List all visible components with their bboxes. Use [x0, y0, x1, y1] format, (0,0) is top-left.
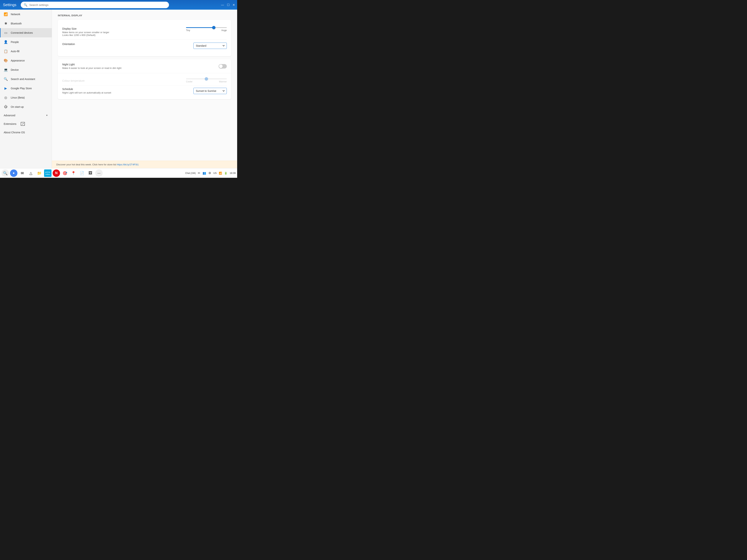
search-icon: 🔍	[24, 3, 27, 7]
night-light-card: Night Light Make it easier to look at yo…	[58, 59, 231, 99]
sidebar-label-google-play: Google Play Store	[11, 87, 32, 90]
taskbar-prime-icon[interactable]: primevideo	[44, 169, 52, 177]
taskbar-docs-icon[interactable]: 📄	[78, 169, 85, 177]
display-size-slider-container: Tiny Huge	[186, 27, 227, 32]
search-bar[interactable]: 🔍	[21, 2, 169, 8]
sidebar-about-label: About Chrome OS	[4, 131, 25, 134]
orientation-control: Standard 90° 180° 270°	[180, 43, 227, 49]
toggle-thumb	[219, 64, 223, 68]
network-status-icon: 📶	[219, 172, 222, 175]
maximize-button[interactable]: ☐	[227, 3, 230, 7]
orientation-row: Orientation Standard 90° 180° 270°	[62, 39, 227, 52]
sidebar-label-device: Device	[11, 68, 19, 71]
sidebar: 📶 Network ✱ Bluetooth ▭ Connected device…	[0, 10, 52, 178]
sidebar-item-startup[interactable]: ⏻ On start-up	[0, 102, 52, 111]
night-light-info: Night Light Make it easier to look at yo…	[62, 63, 218, 70]
search-input[interactable]	[29, 3, 166, 6]
appearance-icon: 🎨	[4, 58, 8, 62]
schedule-select[interactable]: Sunset to Sunrise Never Custom	[194, 88, 227, 94]
taskbar-app1-icon[interactable]: 🎯	[61, 169, 69, 177]
chat-status[interactable]: Chat (194)	[185, 172, 196, 175]
laptop-icon: 💻	[4, 68, 8, 72]
taskbar-photos-icon[interactable]: 🖼	[87, 169, 94, 177]
titlebar: Settings 🔍 — ☐ ✕	[0, 0, 237, 10]
minimize-button[interactable]: —	[221, 3, 224, 6]
pen-icon[interactable]: ✏	[198, 171, 200, 175]
orientation-info: Orientation	[62, 43, 180, 46]
sidebar-item-device[interactable]: 💻 Device	[0, 65, 52, 75]
color-temp-slider-labels: Cooler Warmer	[186, 80, 227, 83]
color-temp-slider-container: Cooler Warmer	[186, 79, 227, 83]
device-icon: ▭	[4, 31, 8, 35]
window-controls: — ☐ ✕	[221, 3, 235, 7]
sidebar-label-network: Network	[11, 13, 20, 16]
sidebar-item-linux[interactable]: ◎ Linux (Beta)	[0, 93, 52, 102]
taskbar-chrome-icon[interactable]: ●	[10, 169, 18, 177]
taskbar-right: Chat (194) ✏ 👥 ⚙ US 📶 🔋 18:39	[185, 171, 236, 175]
wifi-icon: 📶	[4, 12, 8, 16]
schedule-desc: Night Light will turn on automatically a…	[62, 91, 194, 94]
night-light-header: Night Light Make it easier to look at yo…	[58, 59, 231, 73]
advanced-arrow-icon: ▼	[46, 114, 48, 117]
main-content: Internal Display Display Size Make items…	[52, 10, 237, 178]
taskbar-files-icon[interactable]: 📁	[35, 169, 43, 177]
schedule-control: Sunset to Sunrise Never Custom	[194, 88, 227, 94]
display-size-info: Display Size Make items on your screen s…	[62, 27, 180, 36]
external-link-icon: ↗	[21, 122, 25, 126]
linux-icon: ◎	[4, 96, 8, 100]
display-size-row: Display Size Make items on your screen s…	[62, 24, 227, 39]
display-size-desc2: Looks like 1200 x 800 (Default)	[62, 34, 180, 36]
bottom-bar: Discover your hot deal this week. Click …	[52, 161, 237, 168]
display-size-desc1: Make items on your screen smaller or lar…	[62, 31, 180, 34]
autofill-icon: 📋	[4, 49, 8, 53]
sidebar-item-autofill[interactable]: 📋 Auto-fill	[0, 47, 52, 56]
orientation-title: Orientation	[62, 43, 180, 46]
sidebar-item-appearance[interactable]: 🎨 Appearance	[0, 56, 52, 65]
settings-status-icon[interactable]: ⚙	[208, 171, 211, 175]
night-light-toggle[interactable]	[218, 64, 227, 69]
taskbar: 🔍 ● ✉ △ 📁 primevideo N 🎯 📍 📄 🖼 ··· Chat …	[0, 168, 237, 178]
taskbar-netflix-icon[interactable]: N	[53, 169, 60, 177]
taskbar-maps-icon[interactable]: 📍	[70, 169, 77, 177]
display-size-slider[interactable]	[186, 27, 227, 28]
slider-labels: Tiny Huge	[186, 29, 227, 32]
orientation-select[interactable]: Standard 90° 180° 270°	[194, 43, 227, 49]
play-icon: ▶	[4, 86, 8, 90]
sidebar-item-google-play[interactable]: ▶ Google Play Store	[0, 84, 52, 93]
sidebar-item-people[interactable]: 👤 People	[0, 37, 52, 47]
sidebar-item-connected-devices[interactable]: ▭ Connected devices	[0, 28, 52, 37]
taskbar-gmail-icon[interactable]: ✉	[19, 169, 26, 177]
locale-label: US	[213, 172, 216, 175]
night-light-body: Colour temperature Cooler Warmer Schedul…	[58, 73, 231, 99]
bottom-bar-link[interactable]: https://bit.ly/2T4P3i1	[117, 163, 139, 166]
schedule-row: Schedule Night Light will turn on automa…	[62, 85, 227, 96]
sidebar-advanced[interactable]: Advanced ▼	[0, 111, 52, 119]
search-sidebar-icon: 🔍	[4, 77, 8, 81]
close-button[interactable]: ✕	[233, 3, 235, 7]
sidebar-label-connected-devices: Connected devices	[11, 31, 33, 34]
sidebar-label-people: People	[11, 41, 19, 44]
sidebar-label-autofill: Auto-fill	[11, 50, 20, 53]
display-size-control: Tiny Huge	[180, 27, 227, 32]
sidebar-item-network[interactable]: 📶 Network	[0, 10, 52, 19]
sidebar-label-linux: Linux (Beta)	[11, 96, 25, 99]
schedule-title: Schedule	[62, 87, 194, 90]
people-icon: 👤	[4, 40, 8, 44]
bottom-bar-text: Discover your hot deal this week. Click …	[56, 163, 116, 166]
taskbar-more-icon[interactable]: ···	[95, 169, 103, 177]
sidebar-about[interactable]: About Chrome OS	[0, 128, 52, 136]
battery-icon: 🔋	[224, 172, 227, 175]
sidebar-item-search[interactable]: 🔍 Search and Assistant	[0, 75, 52, 84]
taskbar-drive-icon[interactable]: △	[27, 169, 34, 177]
people-status-icon[interactable]: 👥	[203, 171, 206, 175]
sidebar-label-bluetooth: Bluetooth	[11, 22, 22, 25]
sidebar-item-bluetooth[interactable]: ✱ Bluetooth	[0, 19, 52, 28]
night-light-desc: Make it easier to look at your screen or…	[62, 67, 218, 70]
sidebar-advanced-label: Advanced	[4, 114, 15, 117]
display-size-card: Display Size Make items on your screen s…	[58, 20, 231, 56]
startup-icon: ⏻	[4, 105, 8, 109]
slider-min-label: Tiny	[186, 29, 190, 32]
sidebar-extensions[interactable]: Extensions ↗	[0, 119, 52, 128]
taskbar-search-button[interactable]: 🔍	[1, 169, 9, 177]
sidebar-extensions-label: Extensions	[4, 123, 16, 125]
